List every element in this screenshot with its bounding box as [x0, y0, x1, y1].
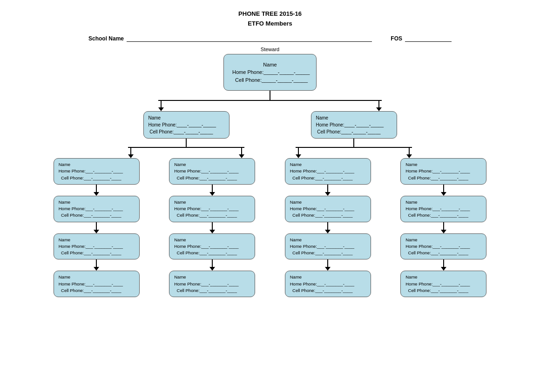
leaf-3-2: Name Home Phone:___-_______-____ Cell Ph…: [169, 233, 255, 260]
leaf-col-4-2: Name Home Phone:___-_______-____ Cell Ph…: [158, 271, 267, 297]
leaf-1-1: Name Home Phone:___-_______-____ Cell Ph…: [54, 158, 140, 185]
leaf-col-2-2: Name Home Phone:___-_______-____ Cell Ph…: [158, 196, 267, 233]
mid-right-node: Name Home Phone:____-_____-_____ Cell Ph…: [311, 111, 397, 139]
leaf-3-1: Name Home Phone:___-_______-____ Cell Ph…: [54, 233, 140, 260]
leaf-col-3-1: Name Home Phone:___-_______-____ Cell Ph…: [42, 233, 151, 271]
leaf-2-1: Name Home Phone:___-_______-____ Cell Ph…: [54, 196, 140, 222]
leaf-row-1: Name Home Phone:___-_______-____ Cell Ph…: [42, 158, 498, 196]
leaf-col-3-2: Name Home Phone:___-_______-____ Cell Ph…: [158, 233, 267, 271]
leaf-2-2: Name Home Phone:___-_______-____ Cell Ph…: [169, 196, 255, 222]
leaf-3-3: Name Home Phone:___-_______-____ Cell Ph…: [285, 233, 371, 260]
leaf-col-1: Name Home Phone:___-_______-____ Cell Ph…: [42, 158, 151, 196]
leaf-2-3: Name Home Phone:___-_______-____ Cell Ph…: [285, 196, 371, 222]
fos-blank: [405, 35, 452, 42]
leaf-4-3: Name Home Phone:___-_______-____ Cell Ph…: [285, 271, 371, 297]
mid-left-connector: [158, 101, 164, 111]
leaf-1-2: Name Home Phone:___-_______-____ Cell Ph…: [169, 158, 255, 185]
leaf-1-4: Name Home Phone:___-_______-____ Cell Ph…: [400, 158, 486, 185]
root-node: Name Home Phone:_____-_____-_____ Cell P…: [223, 54, 317, 91]
leaf-col-4-1: Name Home Phone:___-_______-____ Cell Ph…: [42, 271, 151, 297]
root-cell: Cell Phone:_____-_____-_____: [232, 76, 308, 84]
leaf-4-4: Name Home Phone:___-_______-____ Cell Ph…: [400, 271, 486, 297]
root-name: Name: [232, 61, 308, 69]
mid-right-connector: [376, 101, 382, 111]
root-home: Home Phone:_____-_____-_____: [232, 68, 308, 76]
leaf-col-2-4: Name Home Phone:___-_______-____ Cell Ph…: [389, 196, 499, 233]
page-title: PHONE TREE 2015-16 ETFO Members: [9, 9, 531, 29]
leaf-row-4: Name Home Phone:___-_______-____ Cell Ph…: [42, 271, 498, 297]
leaf-col-3-4: Name Home Phone:___-_______-____ Cell Ph…: [389, 233, 499, 271]
root-split-ends: [158, 101, 382, 111]
root-vert-line: [270, 91, 270, 100]
school-blank: [127, 35, 372, 42]
leaf-col-2-1: Name Home Phone:___-_______-____ Cell Ph…: [42, 196, 151, 233]
leaf-4-1: Name Home Phone:___-_______-____ Cell Ph…: [54, 271, 140, 297]
school-label: School Name: [88, 35, 124, 42]
steward-label: Steward: [261, 47, 279, 52]
mid-right-group: Name Home Phone:____-_____-_____ Cell Ph…: [296, 111, 412, 158]
title-line2: ETFO Members: [9, 19, 531, 29]
mid-left-node: Name Home Phone:____-_____-_____ Cell Ph…: [143, 111, 230, 139]
mid-left-group: Name Home Phone:____-_____-_____ Cell Ph…: [128, 111, 244, 158]
leaf-col-3-3: Name Home Phone:___-_______-____ Cell Ph…: [273, 233, 383, 271]
title-line1: PHONE TREE 2015-16: [9, 9, 531, 19]
leaf-col-4-3: Name Home Phone:___-_______-____ Cell Ph…: [273, 271, 383, 297]
leaf-3-4: Name Home Phone:___-_______-____ Cell Ph…: [400, 233, 486, 260]
leaf-col-2: Name Home Phone:___-_______-____ Cell Ph…: [158, 158, 267, 196]
leaf-col-2-3: Name Home Phone:___-_______-____ Cell Ph…: [273, 196, 383, 233]
leaf-1-3: Name Home Phone:___-_______-____ Cell Ph…: [285, 158, 371, 185]
leaf-row-3: Name Home Phone:___-_______-____ Cell Ph…: [42, 233, 498, 271]
leaf-4-2: Name Home Phone:___-_______-____ Cell Ph…: [169, 271, 255, 297]
root-split: [158, 100, 382, 111]
school-line: School Name FOS: [88, 35, 452, 42]
leaf-col-3: Name Home Phone:___-_______-____ Cell Ph…: [273, 158, 383, 196]
leaf-col-4: Name Home Phone:___-_______-____ Cell Ph…: [389, 158, 499, 196]
leaf-2-4: Name Home Phone:___-_______-____ Cell Ph…: [400, 196, 486, 222]
fos-label: FOS: [391, 35, 402, 42]
mid-row: Name Home Phone:____-_____-_____ Cell Ph…: [61, 111, 479, 158]
leaf-row-2: Name Home Phone:___-_______-____ Cell Ph…: [42, 196, 498, 233]
leaf-col-4-4: Name Home Phone:___-_______-____ Cell Ph…: [389, 271, 499, 297]
phone-tree: Steward Name Home Phone:_____-_____-____…: [9, 47, 531, 298]
